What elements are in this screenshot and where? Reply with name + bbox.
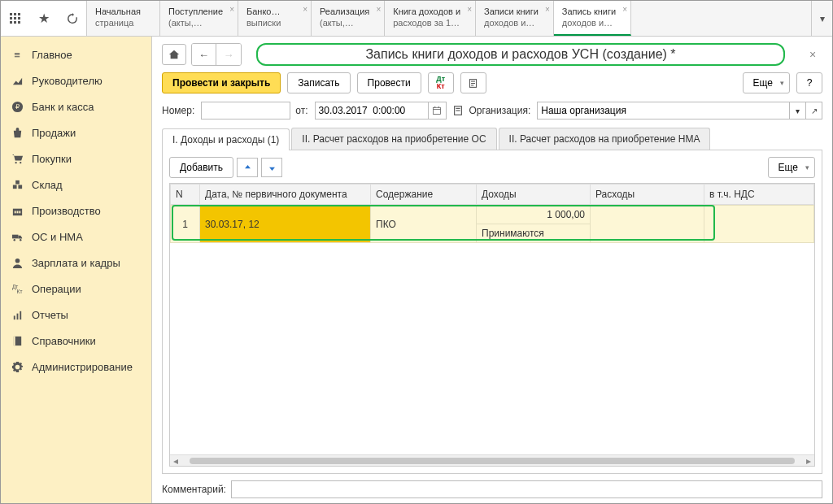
tab-entry-active[interactable]: × Запись книги доходов и… <box>554 1 631 36</box>
svg-rect-19 <box>19 211 20 213</box>
svg-rect-26 <box>13 315 15 319</box>
cell-n[interactable]: 1 <box>171 206 200 243</box>
svg-rect-14 <box>18 185 22 189</box>
main-toolbar: Провести и закрыть Записать Провести ДтК… <box>162 72 822 93</box>
org-open-button[interactable]: ↗ <box>806 102 822 119</box>
sidebar-item-hr[interactable]: Зарплата и кадры <box>1 250 151 276</box>
close-page-button[interactable]: × <box>809 48 822 61</box>
col-header-date[interactable]: Дата, № первичного документа <box>200 185 371 205</box>
dk-kt-button[interactable]: ДтКт <box>428 72 454 93</box>
truck-icon <box>11 230 24 243</box>
svg-point-12 <box>20 162 21 163</box>
svg-rect-2 <box>18 13 20 15</box>
sidebar-item-sales[interactable]: Продажи <box>1 119 151 146</box>
sidebar: ≡Главное Руководителю ₽Банк и касса Прод… <box>1 37 152 503</box>
post-and-close-button[interactable]: Провести и закрыть <box>162 72 281 93</box>
tabs-overflow-button[interactable]: ▾ <box>811 1 832 36</box>
col-header-income[interactable]: Доходы <box>477 185 591 205</box>
close-icon[interactable]: × <box>229 4 234 15</box>
sidebar-item-warehouse[interactable]: Склад <box>1 172 151 198</box>
tab-bank[interactable]: × Банко… выписки <box>238 1 312 36</box>
svg-rect-15 <box>15 180 20 184</box>
apps-icon[interactable] <box>1 1 29 37</box>
col-header-nds[interactable]: в т.ч. НДС <box>704 185 814 205</box>
close-icon[interactable]: × <box>467 4 472 15</box>
cell-income[interactable]: 1 000,00 <box>477 206 591 224</box>
sidebar-item-production[interactable]: Производство <box>1 198 151 224</box>
cell-income-note[interactable]: Принимаются <box>477 224 591 243</box>
close-icon[interactable]: × <box>622 4 627 15</box>
cell-date[interactable]: 30.03.17, 12 <box>200 206 371 243</box>
tab-nma-expense[interactable]: II. Расчет расходов на приобретение НМА <box>499 128 711 150</box>
bag-icon <box>11 126 24 139</box>
tab-os-expense[interactable]: II. Расчет расходов на приобретение ОС <box>291 128 496 150</box>
forward-button[interactable]: → <box>216 44 241 65</box>
tab-entries[interactable]: × Записи книги доходов и… <box>476 1 554 36</box>
org-input[interactable] <box>537 102 790 119</box>
svg-rect-3 <box>10 17 12 20</box>
sidebar-item-operations[interactable]: ДтКтОперации <box>1 276 151 302</box>
cell-expense[interactable] <box>591 206 704 243</box>
org-dropdown-button[interactable]: ▾ <box>790 102 806 119</box>
back-button[interactable]: ← <box>192 44 216 65</box>
sidebar-item-assets[interactable]: ОС и НМА <box>1 224 151 250</box>
svg-point-22 <box>20 239 21 241</box>
calendar-button[interactable] <box>429 102 447 119</box>
date-input[interactable] <box>315 102 429 119</box>
svg-point-21 <box>13 239 15 241</box>
cell-content[interactable]: ПКО <box>371 206 477 243</box>
number-input[interactable] <box>201 102 290 119</box>
history-icon[interactable] <box>58 1 86 37</box>
col-header-n[interactable]: N <box>171 185 200 205</box>
content-area: ← → Запись книги доходов и расходов УСН … <box>152 37 832 503</box>
sidebar-item-admin[interactable]: Администрирование <box>1 354 151 380</box>
svg-rect-13 <box>12 185 16 189</box>
col-header-content[interactable]: Содержание <box>371 185 477 205</box>
horizontal-scrollbar[interactable]: ◂▸ <box>170 454 814 466</box>
sidebar-item-manager[interactable]: Руководителю <box>1 67 151 93</box>
sidebar-item-bank[interactable]: ₽Банк и касса <box>1 93 151 119</box>
home-button[interactable] <box>162 44 186 65</box>
data-grid[interactable]: N Дата, № первичного документа Содержани… <box>169 183 815 467</box>
more-button[interactable]: Еще <box>743 72 790 93</box>
move-down-button[interactable] <box>261 158 282 177</box>
comment-row: Комментарий: <box>162 474 822 500</box>
help-button[interactable]: ? <box>796 72 822 93</box>
report-button[interactable] <box>460 72 486 93</box>
tab-book[interactable]: × Книга доходов и расходов за 1… <box>385 1 476 36</box>
add-row-button[interactable]: Добавить <box>169 157 233 178</box>
tab-income-expense[interactable]: I. Доходы и расходы (1) <box>162 128 290 150</box>
svg-point-11 <box>15 162 16 163</box>
col-header-expense[interactable]: Расходы <box>591 185 704 205</box>
tab-start-page[interactable]: Начальная страница <box>87 1 160 36</box>
star-icon[interactable]: ★ <box>29 1 58 37</box>
svg-rect-0 <box>10 13 12 15</box>
svg-point-23 <box>15 258 20 263</box>
tab-receipt[interactable]: × Поступление (акты,… <box>160 1 238 36</box>
close-icon[interactable]: × <box>545 4 550 15</box>
close-icon[interactable]: × <box>376 4 381 15</box>
comment-input[interactable] <box>231 480 822 498</box>
topbar-icon-group: ★ <box>1 1 87 36</box>
grid-more-button[interactable]: Еще <box>768 157 815 178</box>
document-tabs: Начальная страница × Поступление (акты,…… <box>87 1 811 36</box>
sidebar-item-main[interactable]: ≡Главное <box>1 41 151 67</box>
tab-sales[interactable]: × Реализация (акты,… <box>312 1 385 36</box>
sidebar-item-reports[interactable]: Отчеты <box>1 302 151 328</box>
sidebar-item-purchases[interactable]: Покупки <box>1 146 151 172</box>
section-tabbar: I. Доходы и расходы (1) II. Расчет расхо… <box>162 128 822 150</box>
top-tab-bar: ★ Начальная страница × Поступление (акты… <box>1 1 832 37</box>
sidebar-item-catalogs[interactable]: Справочники <box>1 328 151 354</box>
cell-nds[interactable] <box>704 206 814 243</box>
post-button[interactable]: Провести <box>357 72 421 93</box>
org-label: Организация: <box>469 105 531 116</box>
book-icon <box>11 334 24 347</box>
chart-icon <box>11 74 24 87</box>
save-button[interactable]: Записать <box>287 72 350 93</box>
close-icon[interactable]: × <box>303 4 307 15</box>
nav-back-forward: ← → <box>191 43 242 66</box>
grid-panel: Добавить Еще N Дата, № первичного докуме… <box>162 150 822 474</box>
table-row[interactable]: 1 30.03.17, 12 ПКО 1 000,00 <box>171 206 814 224</box>
move-up-button[interactable] <box>237 158 258 177</box>
person-icon <box>11 256 24 269</box>
